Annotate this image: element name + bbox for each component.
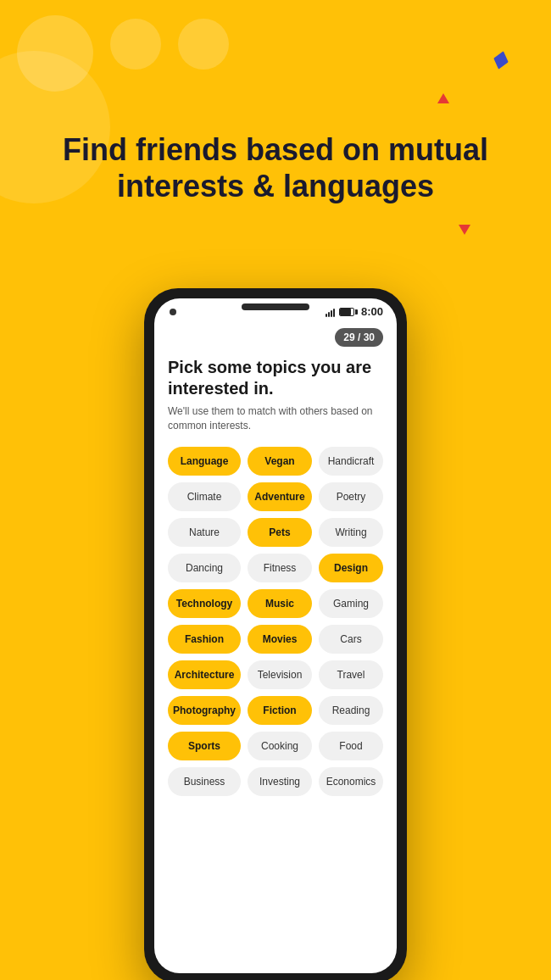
topic-pill-architecture[interactable]: Architecture (168, 660, 241, 689)
status-time: 8:00 (361, 305, 383, 318)
topic-pill-technology[interactable]: Technology (168, 589, 241, 618)
topic-pill-poetry[interactable]: Poetry (319, 482, 383, 511)
progress-badge: 29 / 30 (335, 328, 383, 347)
topic-pill-language[interactable]: Language (168, 447, 241, 476)
phone-camera (170, 309, 176, 315)
topic-pill-cooking[interactable]: Cooking (248, 732, 312, 760)
topic-pill-reading[interactable]: Reading (319, 696, 383, 725)
topic-pill-cars[interactable]: Cars (319, 625, 383, 654)
topic-pill-writing[interactable]: Writing (319, 518, 383, 547)
topic-pill-climate[interactable]: Climate (168, 482, 241, 511)
battery-icon (339, 308, 354, 316)
phone-outer: 8:00 29 / 30 Pick some topics you are in… (144, 288, 407, 980)
topic-pill-dancing[interactable]: Dancing (168, 554, 241, 582)
topics-subtext: We'll use them to match with others base… (168, 404, 383, 433)
topic-pill-fashion[interactable]: Fashion (168, 625, 241, 654)
kite-icon (491, 49, 510, 71)
hero-section: Find friends based on mutual interests &… (0, 131, 551, 204)
topic-pill-music[interactable]: Music (248, 589, 312, 618)
topic-pill-travel[interactable]: Travel (319, 660, 383, 689)
topic-pill-gaming[interactable]: Gaming (319, 589, 383, 618)
topic-pill-photography[interactable]: Photography (168, 696, 241, 725)
topic-pill-television[interactable]: Television (248, 660, 312, 689)
phone-screen: 8:00 29 / 30 Pick some topics you are in… (154, 298, 397, 973)
topic-pill-economics[interactable]: Economics (319, 767, 383, 796)
screen-content[interactable]: 29 / 30 Pick some topics you are interes… (154, 321, 397, 973)
bg-circle-3 (178, 19, 229, 70)
topic-pill-business[interactable]: Business (168, 767, 241, 796)
topic-pill-adventure[interactable]: Adventure (248, 482, 312, 511)
signal-icon (326, 307, 335, 317)
topic-pill-investing[interactable]: Investing (248, 767, 312, 796)
bg-circle-2 (110, 19, 161, 70)
topic-pill-vegan[interactable]: Vegan (248, 447, 312, 476)
topics-heading: Pick some topics you are interested in. (168, 357, 383, 399)
topic-pill-handicraft[interactable]: Handicraft (319, 447, 383, 476)
triangle-icon-2 (459, 225, 470, 235)
topic-pill-pets[interactable]: Pets (248, 518, 312, 547)
topic-pill-food[interactable]: Food (319, 732, 383, 760)
topic-pill-nature[interactable]: Nature (168, 518, 241, 547)
phone-notch (242, 303, 309, 310)
topic-pill-fiction[interactable]: Fiction (248, 696, 312, 725)
progress-section: 29 / 30 (168, 328, 383, 347)
triangle-icon-1 (437, 93, 449, 103)
hero-title: Find friends based on mutual interests &… (34, 131, 517, 204)
status-icons (326, 307, 354, 317)
topic-pill-fitness[interactable]: Fitness (248, 554, 312, 582)
topic-pill-sports[interactable]: Sports (168, 732, 241, 760)
topic-pill-design[interactable]: Design (319, 554, 383, 582)
topic-pill-movies[interactable]: Movies (248, 625, 312, 654)
phone-mockup: 8:00 29 / 30 Pick some topics you are in… (144, 288, 407, 980)
topics-grid: LanguageVeganHandicraftClimateAdventureP… (168, 447, 383, 796)
